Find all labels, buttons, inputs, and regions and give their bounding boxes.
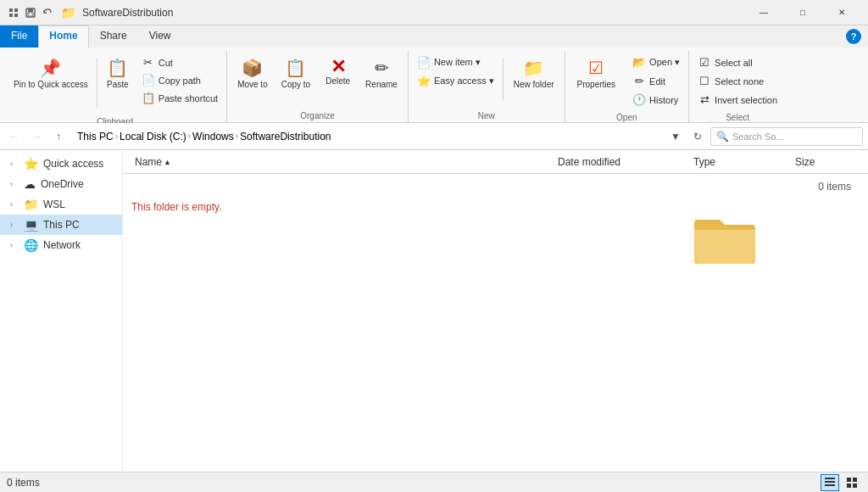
pin-to-quick-access-button[interactable]: 📌 Pin to Quick access [8, 54, 93, 93]
history-button[interactable]: 🕐 History [629, 92, 683, 108]
sidebar-item-onedrive[interactable]: › ☁ OneDrive [0, 174, 122, 194]
move-icon: 📦 [242, 58, 263, 78]
cut-button[interactable]: ✂ Cut [138, 54, 221, 70]
paste-shortcut-button[interactable]: 📋 Paste shortcut [138, 90, 221, 106]
select-none-button[interactable]: ☐ Select none [694, 73, 781, 89]
breadcrumb-software-dist: SoftwareDistribution [240, 131, 331, 143]
new-item-button[interactable]: 📄 New item ▾ [414, 54, 498, 70]
breadcrumb-sep-3: › [236, 131, 238, 141]
tab-file[interactable]: File [0, 25, 38, 48]
minimize-button[interactable]: — [744, 0, 783, 25]
search-icon: 🔍 [716, 131, 729, 143]
edit-button[interactable]: ✏ Edit [629, 73, 683, 89]
search-placeholder: Search So... [732, 131, 784, 142]
select-all-button[interactable]: ☑ Select all [694, 54, 781, 70]
status-count: 0 items [7, 477, 40, 489]
this-pc-label: This PC [43, 219, 80, 231]
pin-icon: 📌 [40, 58, 61, 78]
paste-shortcut-icon: 📋 [142, 92, 155, 104]
undo-icon [41, 6, 54, 20]
breadcrumb-windows: Windows [192, 131, 234, 143]
cut-icon: ✂ [142, 56, 155, 69]
svg-rect-2 [9, 14, 13, 17]
refresh-button[interactable]: ↻ [688, 127, 707, 146]
new-folder-icon: 📁 [523, 58, 544, 78]
quick-access-icon [7, 6, 20, 20]
quick-access-icon: ⭐ [24, 157, 38, 171]
move-to-button[interactable]: 📦 Move to [232, 54, 273, 92]
rename-button[interactable]: ✏ Rename [360, 54, 403, 92]
file-list-header: Name ▲ Date modified Type Size [123, 150, 868, 174]
breadcrumb[interactable]: This PC › Local Disk (C:) › Windows › So… [71, 127, 663, 146]
title-bar: 📁 SoftwareDistribution — □ ✕ [0, 0, 868, 25]
svg-rect-1 [14, 8, 18, 12]
forward-button[interactable]: → [27, 127, 46, 146]
rename-icon: ✏ [375, 58, 389, 78]
paste-icon: 📋 [107, 58, 128, 78]
copy-to-icon: 📋 [285, 58, 306, 78]
help-button[interactable]: ? [846, 29, 861, 44]
copy-path-button[interactable]: 📄 Copy path [138, 72, 221, 88]
wsl-icon: 📁 [24, 198, 38, 211]
tab-home[interactable]: Home [38, 25, 88, 48]
window-title: SoftwareDistribution [82, 7, 744, 19]
save-icon [24, 6, 37, 20]
folder-icon: 📁 [61, 6, 75, 20]
open-button[interactable]: 📂 Open ▾ [629, 54, 683, 70]
maximize-button[interactable]: □ [783, 0, 822, 25]
svg-rect-3 [14, 14, 18, 17]
tab-view[interactable]: View [138, 25, 182, 48]
back-button[interactable]: ← [5, 127, 24, 146]
main-content: › ⭐ Quick access › ☁ OneDrive › 📁 WSL › … [0, 150, 868, 472]
delete-icon: ✕ [331, 58, 346, 76]
wsl-label: WSL [43, 198, 65, 210]
ribbon-tabs: File Home Share View ? [0, 25, 868, 48]
sidebar-item-this-pc[interactable]: › 💻 This PC [0, 215, 122, 235]
this-pc-icon: 💻 [24, 218, 38, 232]
open-group: ☑ Properties 📂 Open ▾ ✏ Edit 🕐 History [565, 51, 690, 122]
breadcrumb-dropdown-button[interactable]: ▼ [666, 127, 685, 146]
new-label: New [414, 109, 559, 122]
onedrive-label: OneDrive [41, 178, 84, 190]
col-header-date[interactable]: Date modified [554, 156, 690, 168]
details-view-button[interactable] [821, 474, 839, 491]
invert-selection-button[interactable]: ⇄ Invert selection [694, 92, 781, 108]
svg-rect-9 [825, 484, 835, 486]
col-header-type[interactable]: Type [690, 156, 792, 168]
col-header-size[interactable]: Size [792, 156, 860, 168]
large-icons-view-button[interactable] [843, 474, 861, 491]
ribbon-content: 📌 Pin to Quick access 📋 Paste ✂ Cut [0, 48, 868, 122]
paste-button[interactable]: 📋 Paste [101, 54, 135, 92]
sidebar-item-network[interactable]: › 🌐 Network [0, 235, 122, 255]
breadcrumb-local-disk: Local Disk (C:) [120, 131, 186, 143]
svg-rect-10 [847, 478, 851, 482]
status-bar: 0 items [0, 472, 868, 492]
expand-icon: › [10, 241, 19, 249]
sidebar-item-wsl[interactable]: › 📁 WSL [0, 194, 122, 215]
item-count: 0 items [818, 181, 851, 193]
new-folder-button[interactable]: 📁 New folder [509, 54, 559, 92]
sort-icon: ▲ [164, 158, 171, 166]
network-label: Network [43, 239, 81, 251]
network-icon: 🌐 [24, 238, 38, 252]
title-bar-icons: 📁 [7, 6, 79, 20]
onedrive-icon: ☁ [24, 177, 36, 191]
svg-rect-13 [853, 484, 857, 488]
svg-rect-6 [28, 13, 33, 16]
search-box[interactable]: 🔍 Search So... [710, 127, 863, 146]
up-button[interactable]: ↑ [49, 127, 68, 146]
organize-group: 📦 Move to 📋 Copy to ✕ Delete ✏ Rename Or… [227, 51, 409, 122]
properties-button[interactable]: ☑ Properties [570, 54, 623, 92]
file-content: This folder is empty. 0 items [123, 174, 868, 472]
col-header-name[interactable]: Name ▲ [131, 156, 554, 168]
copy-to-button[interactable]: 📋 Copy to [276, 54, 315, 92]
easy-access-button[interactable]: ⭐ Easy access ▾ [414, 73, 498, 89]
sidebar-item-quick-access[interactable]: › ⭐ Quick access [0, 154, 122, 174]
close-button[interactable]: ✕ [822, 0, 861, 25]
tab-share[interactable]: Share [89, 25, 138, 48]
delete-button[interactable]: ✕ Delete [319, 54, 357, 89]
open-icon: 📂 [632, 56, 646, 69]
select-label: Select [694, 111, 781, 124]
svg-rect-0 [9, 8, 13, 12]
svg-rect-5 [28, 8, 33, 12]
